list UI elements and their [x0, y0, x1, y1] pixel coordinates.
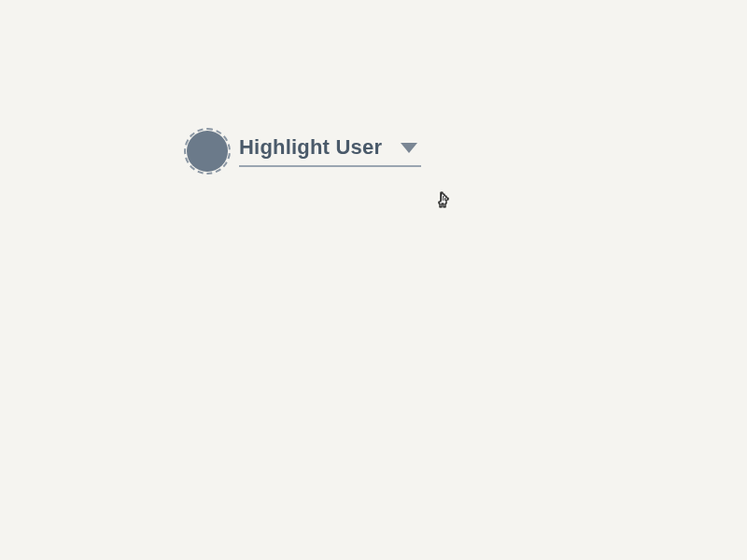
dropdown-label: Highlight User — [239, 135, 382, 160]
dropdown-control[interactable]: Highlight User — [239, 135, 421, 167]
highlight-user-dropdown[interactable]: Highlight User — [187, 131, 421, 172]
caret-down-icon — [401, 143, 417, 153]
pointer-cursor-icon — [435, 190, 452, 213]
user-circle-icon — [187, 131, 228, 172]
